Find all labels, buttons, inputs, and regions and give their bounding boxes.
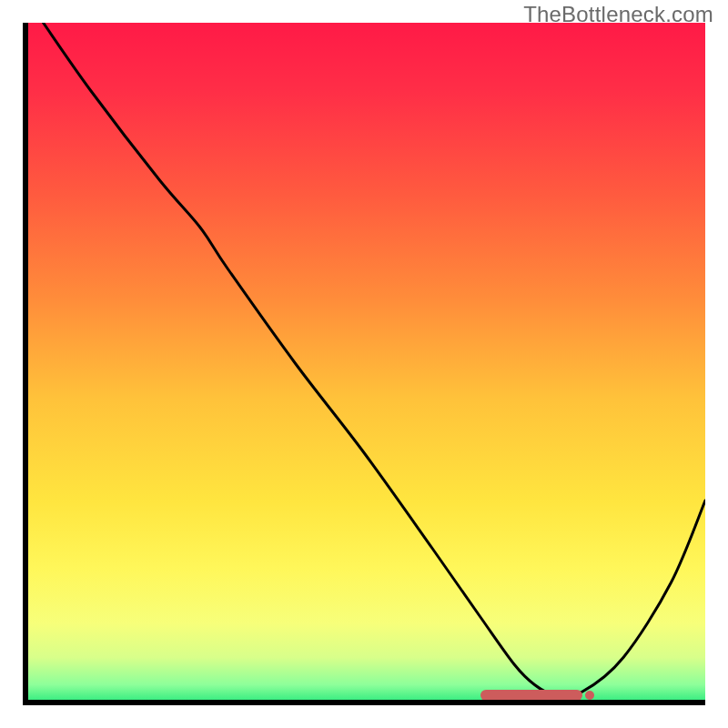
optimal-point-dot [585,691,594,700]
chart-container: TheBottleneck.com [0,0,728,728]
optimal-range-marker [480,690,583,701]
bottleneck-curve [23,23,705,705]
plot-area [23,23,705,705]
